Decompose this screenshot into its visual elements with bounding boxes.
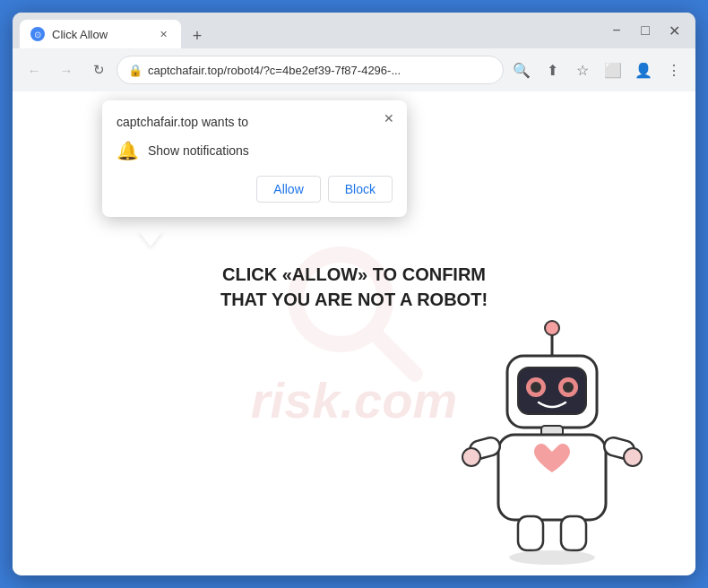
- speech-bubble-tail: [138, 230, 163, 246]
- share-icon[interactable]: ⬆: [538, 56, 566, 84]
- robot-illustration: [453, 307, 651, 558]
- close-button[interactable]: ✕: [663, 20, 685, 41]
- profile-icon[interactable]: 👤: [629, 56, 658, 84]
- watermark-text: risk.com: [251, 376, 457, 426]
- tab-favicon: ⊙: [30, 27, 45, 41]
- svg-rect-16: [518, 516, 543, 550]
- menu-icon[interactable]: ⋮: [660, 56, 688, 84]
- svg-point-3: [545, 321, 559, 335]
- search-icon[interactable]: 🔍: [507, 56, 536, 84]
- svg-point-15: [624, 448, 642, 466]
- new-tab-button[interactable]: +: [185, 23, 210, 48]
- title-bar: ⊙ Click Allow ✕ + − □ ✕: [13, 13, 695, 48]
- svg-rect-11: [498, 435, 606, 520]
- speech-bubble-tail-wrap: [102, 230, 407, 246]
- allow-button[interactable]: Allow: [256, 176, 320, 203]
- svg-point-18: [509, 550, 595, 565]
- notification-label: Show notifications: [148, 143, 249, 158]
- svg-point-8: [531, 382, 541, 393]
- popup-title: captchafair.top wants to: [117, 115, 393, 129]
- maximize-button[interactable]: □: [635, 20, 656, 41]
- svg-line-1: [375, 333, 415, 374]
- tab-close-button[interactable]: ✕: [156, 27, 170, 41]
- url-text: captchafair.top/robot4/?c=4be2ef39-7f87-…: [148, 64, 492, 77]
- page-content: risk.com ✕ captchafair.top wants to 🔔 Sh…: [13, 91, 695, 575]
- active-tab[interactable]: ⊙ Click Allow ✕: [20, 20, 181, 48]
- svg-point-9: [563, 382, 574, 393]
- popup-buttons: Allow Block: [117, 176, 393, 203]
- forward-button[interactable]: →: [52, 56, 81, 84]
- page-main-text: CLICK «ALLOW» TO CONFIRM THAT YOU ARE NO…: [211, 262, 497, 312]
- notification-popup: ✕ captchafair.top wants to 🔔 Show notifi…: [102, 100, 407, 217]
- minimize-button[interactable]: −: [606, 20, 627, 41]
- bell-icon: 🔔: [117, 140, 139, 161]
- favicon-symbol: ⊙: [34, 30, 41, 39]
- toolbar-icons: 🔍 ⬆ ☆ ⬜ 👤 ⋮: [507, 56, 688, 84]
- tab-title: Click Allow: [52, 28, 149, 41]
- popup-notification-row: 🔔 Show notifications: [117, 140, 393, 161]
- browser-window: ⊙ Click Allow ✕ + − □ ✕ ← → ↻ 🔒 captchaf…: [13, 13, 695, 575]
- back-button[interactable]: ←: [20, 56, 48, 84]
- tab-area: ⊙ Click Allow ✕ +: [20, 13, 606, 48]
- address-bar-row: ← → ↻ 🔒 captchafair.top/robot4/?c=4be2ef…: [13, 48, 695, 91]
- address-bar[interactable]: 🔒 captchafair.top/robot4/?c=4be2ef39-7f8…: [117, 56, 504, 84]
- svg-rect-17: [561, 516, 586, 550]
- block-button[interactable]: Block: [328, 176, 393, 203]
- reload-button[interactable]: ↻: [84, 56, 113, 84]
- sidebar-icon[interactable]: ⬜: [599, 56, 627, 84]
- svg-point-13: [462, 448, 480, 466]
- popup-close-button[interactable]: ✕: [380, 109, 398, 127]
- bookmark-icon[interactable]: ☆: [568, 56, 597, 84]
- window-controls: − □ ✕: [606, 20, 688, 41]
- lock-icon: 🔒: [128, 64, 142, 77]
